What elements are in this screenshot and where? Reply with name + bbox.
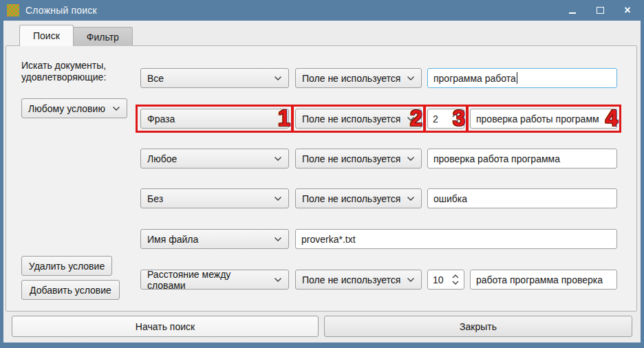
row5-type-select[interactable]: Имя файла bbox=[140, 229, 289, 249]
chevron-down-icon bbox=[407, 76, 415, 81]
match-mode-select[interactable]: Любому условию bbox=[21, 98, 127, 118]
row3-type-value: Любое bbox=[147, 153, 177, 164]
chevron-up-icon bbox=[452, 274, 459, 279]
row2-field-select[interactable]: Поле не используется bbox=[295, 109, 422, 129]
dialog-window: Сложный поиск × Поиск Фильтр Искать доку… bbox=[0, 0, 644, 348]
row2-spinbox[interactable]: 2 bbox=[427, 109, 464, 129]
row6-spinbox[interactable]: 10 bbox=[427, 270, 464, 290]
chevron-down-icon bbox=[407, 277, 415, 283]
add-condition-label: Добавить условие bbox=[30, 285, 111, 296]
tab-filter[interactable]: Фильтр bbox=[73, 27, 133, 46]
search-tab-panel: Искать документы, удовлетворяющие: Любом… bbox=[6, 45, 637, 312]
start-search-button[interactable]: Начать поиск bbox=[12, 316, 319, 337]
chevron-down-icon bbox=[274, 76, 282, 81]
match-mode-value: Любому условию bbox=[28, 103, 105, 114]
row6-type-value: Расстояние между словами bbox=[147, 269, 268, 291]
chevron-down-icon bbox=[274, 156, 282, 162]
row4-field-value: Поле не используется bbox=[302, 193, 400, 204]
row3-field-value: Поле не используется bbox=[302, 153, 400, 164]
row3-field-select[interactable]: Поле не используется bbox=[295, 149, 422, 168]
window-controls: × bbox=[567, 5, 637, 16]
maximize-icon[interactable] bbox=[594, 5, 605, 16]
row5-text-input[interactable]: proverka*.txt bbox=[295, 229, 617, 249]
row2-text-input[interactable]: проверка работы программ bbox=[470, 109, 617, 129]
tab-filter-label: Фильтр bbox=[87, 32, 119, 43]
chevron-down-icon bbox=[452, 120, 459, 124]
row4-field-select[interactable]: Поле не используется bbox=[295, 188, 422, 208]
row4-text-value: ошибка bbox=[433, 193, 467, 204]
chevron-down-icon bbox=[452, 281, 459, 285]
row2-spin-value: 2 bbox=[433, 113, 438, 124]
row2-type-value: Фраза bbox=[147, 113, 175, 124]
app-icon bbox=[7, 4, 19, 17]
row3-text-value: проверка работа программа bbox=[433, 153, 560, 164]
delete-condition-label: Удалить условие bbox=[29, 261, 105, 272]
chevron-down-icon bbox=[407, 116, 415, 122]
close-dialog-label: Закрыть bbox=[460, 321, 497, 332]
chevron-down-icon bbox=[274, 196, 282, 202]
chevron-down-icon bbox=[274, 237, 282, 242]
row6-field-value: Поле не используется bbox=[302, 274, 400, 285]
chevron-up-icon bbox=[452, 113, 459, 118]
row1-text-value: программа работа bbox=[433, 73, 516, 84]
row1-field-select[interactable]: Поле не используется bbox=[295, 68, 422, 88]
row3-text-input[interactable]: проверка работа программа bbox=[427, 149, 617, 168]
row1-type-value: Все bbox=[147, 73, 164, 84]
row2-type-select[interactable]: Фраза bbox=[140, 109, 289, 129]
close-icon[interactable]: × bbox=[622, 5, 633, 16]
intro-label: Искать документы, удовлетворяющие: bbox=[21, 60, 122, 83]
row4-text-input[interactable]: ошибка bbox=[427, 188, 617, 208]
row1-text-input[interactable]: программа работа bbox=[427, 68, 617, 88]
row6-spin-value: 10 bbox=[433, 274, 444, 285]
start-search-label: Начать поиск bbox=[136, 321, 195, 332]
row6-text-value: работа программа проверка bbox=[476, 274, 603, 285]
tab-search-label: Поиск bbox=[33, 30, 60, 41]
add-condition-button[interactable]: Добавить условие bbox=[21, 280, 120, 300]
row5-type-value: Имя файла bbox=[147, 234, 198, 245]
spinner-arrows[interactable] bbox=[452, 113, 459, 124]
spinner-arrows[interactable] bbox=[452, 274, 459, 285]
close-dialog-button[interactable]: Закрыть bbox=[324, 316, 632, 337]
titlebar[interactable]: Сложный поиск × bbox=[0, 0, 644, 21]
window-title: Сложный поиск bbox=[25, 5, 97, 16]
chevron-down-icon bbox=[407, 156, 415, 162]
row5-text-value: proverka*.txt bbox=[301, 234, 356, 245]
tab-search[interactable]: Поиск bbox=[19, 25, 74, 46]
row1-field-value: Поле не используется bbox=[302, 73, 400, 84]
text-cursor bbox=[517, 72, 517, 84]
row6-field-select[interactable]: Поле не используется bbox=[295, 270, 422, 290]
row2-text-value: проверка работы программ bbox=[476, 113, 599, 124]
chevron-down-icon bbox=[407, 196, 415, 202]
minimize-icon[interactable] bbox=[567, 5, 578, 16]
tab-bar: Поиск Фильтр bbox=[19, 25, 133, 46]
dialog-body: Поиск Фильтр Искать документы, удовлетво… bbox=[3, 21, 641, 342]
row4-type-value: Без bbox=[147, 193, 163, 204]
delete-condition-button[interactable]: Удалить условие bbox=[21, 256, 112, 276]
row6-type-select[interactable]: Расстояние между словами bbox=[140, 270, 289, 290]
row3-type-select[interactable]: Любое bbox=[140, 149, 289, 168]
row1-type-select[interactable]: Все bbox=[140, 68, 289, 88]
row6-text-input[interactable]: работа программа проверка bbox=[470, 270, 617, 290]
chevron-down-icon bbox=[274, 277, 282, 283]
row4-type-select[interactable]: Без bbox=[140, 188, 289, 208]
row2-field-value: Поле не используется bbox=[302, 113, 400, 124]
chevron-down-icon bbox=[112, 106, 120, 111]
